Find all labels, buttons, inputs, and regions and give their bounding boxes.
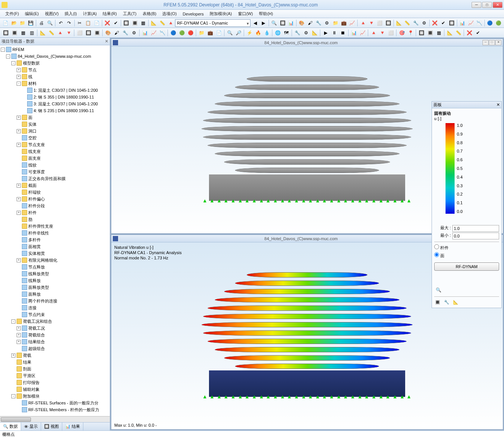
tree-node[interactable]: 线释放 (0, 277, 110, 284)
toolbar-button[interactable]: 📈 (149, 29, 158, 37)
close-button[interactable]: ✕ (493, 2, 502, 8)
toolbar-button[interactable]: 💼 (340, 19, 348, 27)
zoom-icon[interactable]: 🔍 (434, 286, 443, 294)
tree-node[interactable]: 超级组合 (0, 345, 110, 352)
menu-item[interactable]: 结果(R) (100, 10, 120, 17)
toolbar-button[interactable]: 📊 (287, 19, 295, 27)
toolbar-button[interactable]: 🔲 (278, 19, 286, 27)
toolbar-button[interactable]: ▦ (435, 29, 443, 37)
maximize-button[interactable]: □ (482, 2, 492, 8)
toolbar-button[interactable]: 🔧 (412, 19, 419, 27)
tree-node[interactable]: 平滑区 (0, 372, 110, 379)
tree-node[interactable]: +洞口 (0, 128, 110, 134)
display-tab-icon[interactable]: 🔧 (444, 300, 449, 305)
toolbar-button[interactable]: 🔻 (65, 29, 73, 37)
toolbar-button[interactable]: 🔳 (93, 29, 101, 37)
tree-scrollbar-h[interactable] (0, 416, 110, 422)
tree-node[interactable]: 多杆件 (0, 236, 110, 243)
toolbar-button[interactable]: 🔺 (56, 29, 64, 37)
toolbar-button[interactable]: ⏸ (330, 29, 338, 37)
tree-node[interactable]: +线 (0, 73, 110, 80)
toolbar-button[interactable]: ❌ (103, 19, 111, 27)
tree-node[interactable]: 2: 钢 S 355 | DIN 18800:1990-11 (0, 94, 110, 100)
tree-node[interactable]: 节点约束 (0, 311, 110, 318)
toolbar-button[interactable]: ▥ (28, 29, 36, 37)
nav-tab[interactable]: 👁显示 (21, 423, 41, 430)
toolbar-button[interactable]: 📈 (467, 19, 475, 27)
tree-node[interactable]: 面支座 (0, 155, 110, 162)
toolbar-button[interactable]: 📉 (475, 19, 483, 27)
tree-node[interactable]: 剖面 (0, 366, 110, 372)
toolbar-button[interactable]: ❌ (431, 19, 439, 27)
tree-node[interactable]: 打印报告 (0, 379, 110, 386)
menu-item[interactable]: 窗口(W) (235, 10, 256, 17)
menu-item[interactable]: 附加模块(A) (207, 10, 235, 17)
legend-tab-icon[interactable]: 🔳 (435, 300, 440, 305)
toolbar-button[interactable]: 🔺 (369, 29, 378, 37)
rf-dynam-button[interactable]: RF-DYNAM (434, 262, 499, 271)
toolbar-button[interactable]: 🎨 (298, 19, 306, 27)
toolbar-button[interactable]: ✔ (439, 19, 447, 27)
toolbar-button[interactable]: 🔍 (270, 19, 278, 27)
toolbar-button[interactable]: 🔎 (234, 29, 243, 37)
toolbar-button[interactable]: 🔧 (315, 19, 323, 27)
toolbar-button[interactable]: ▦ (19, 29, 27, 37)
tree-node[interactable]: +节点支座 (0, 141, 110, 148)
toolbar-button[interactable]: 💾 (27, 19, 35, 27)
toolbar-button[interactable]: ⚙ (302, 29, 310, 37)
toolbar-button[interactable]: 🔴 (186, 29, 195, 37)
toolbar-button[interactable]: 🔲 (448, 19, 456, 27)
toolbar-button[interactable]: 🔧 (293, 29, 301, 37)
tree-node[interactable]: 杆端铰 (0, 189, 110, 196)
toolbar-button[interactable]: 📊 (350, 29, 358, 37)
toolbar-button[interactable]: 📋 (84, 19, 92, 27)
menu-item[interactable]: 帮助(H) (256, 10, 276, 17)
menu-item[interactable]: Developers (180, 11, 207, 17)
toolbar-button[interactable]: 📐 (310, 29, 319, 37)
loadcase-combo[interactable]: RF-DYNAM CA1 - Dynamic Analysis (175, 19, 250, 27)
nav-tab[interactable]: 🔲视图 (41, 423, 62, 430)
toolbar-button[interactable]: ⚡ (245, 29, 254, 37)
toolbar-button[interactable]: ▶ (321, 29, 330, 37)
toolbar-button[interactable]: 📈 (348, 19, 356, 27)
toolbar-button[interactable]: 🔳 (131, 19, 139, 27)
tree-node[interactable]: 两个杆件的连接 (0, 298, 110, 304)
nav-tab[interactable]: 📊结果 (62, 423, 83, 430)
toolbar-button[interactable]: ✔ (112, 19, 120, 27)
toolbar-button[interactable]: 📏 (47, 29, 55, 37)
toolbar-button[interactable]: ⚙ (323, 19, 331, 27)
toolbar-button[interactable]: 🖨 (37, 19, 45, 27)
menu-item[interactable]: 编辑(E) (22, 10, 42, 17)
toolbar-button[interactable]: 📍 (406, 29, 415, 37)
tree-node[interactable]: 正交各向异性面和膜 (0, 175, 110, 182)
toolbar-button[interactable]: 🔺 (167, 19, 175, 27)
menu-item[interactable]: 视图(V) (42, 10, 62, 17)
tree-node[interactable]: 线支座 (0, 148, 110, 155)
tree-node[interactable]: +有限元网格细化 (0, 257, 110, 264)
toolbar-button[interactable]: 🔍 (226, 29, 234, 37)
toolbar-button[interactable]: 📈 (358, 29, 367, 37)
toolbar-button[interactable]: 🔳 (10, 29, 18, 37)
tree-node[interactable]: 面释放类型 (0, 284, 110, 291)
toolbar-button[interactable]: 📁 (18, 19, 26, 27)
menu-item[interactable]: 表格(B) (140, 10, 160, 17)
toolbar-button[interactable]: ▶ (260, 19, 267, 27)
tree-node[interactable]: 结果 (0, 359, 110, 366)
tree-node[interactable]: 3: 混凝土 C30/37 | DIN 1045-1:200 (0, 100, 110, 107)
tree-node[interactable]: 杆件分段 (0, 202, 110, 209)
toolbar-button[interactable]: ✔ (474, 29, 482, 37)
toolbar-button[interactable]: ⏹ (339, 29, 347, 37)
nav-tab[interactable]: 🔍数据 (0, 423, 21, 430)
toolbar-button[interactable]: 📄 (2, 19, 9, 27)
tree-node[interactable]: -84_Hotel_Davos_(C)www.ssp-muc.com (0, 53, 110, 60)
tree-node[interactable]: +杆件偏心 (0, 196, 110, 202)
tree-node[interactable]: 肋 (0, 216, 110, 223)
tree-node[interactable]: +杆件 (0, 209, 110, 216)
tree-node[interactable]: 线铰 (0, 162, 110, 168)
tree-node[interactable]: +面 (0, 114, 110, 121)
tree-node[interactable]: 连接 (0, 304, 110, 311)
toolbar-button[interactable]: 📁 (197, 29, 206, 37)
toolbar-button[interactable]: 💧 (263, 29, 271, 37)
menu-item[interactable]: 工具(T) (120, 10, 140, 17)
radio-members[interactable]: 杆件 (434, 244, 499, 251)
